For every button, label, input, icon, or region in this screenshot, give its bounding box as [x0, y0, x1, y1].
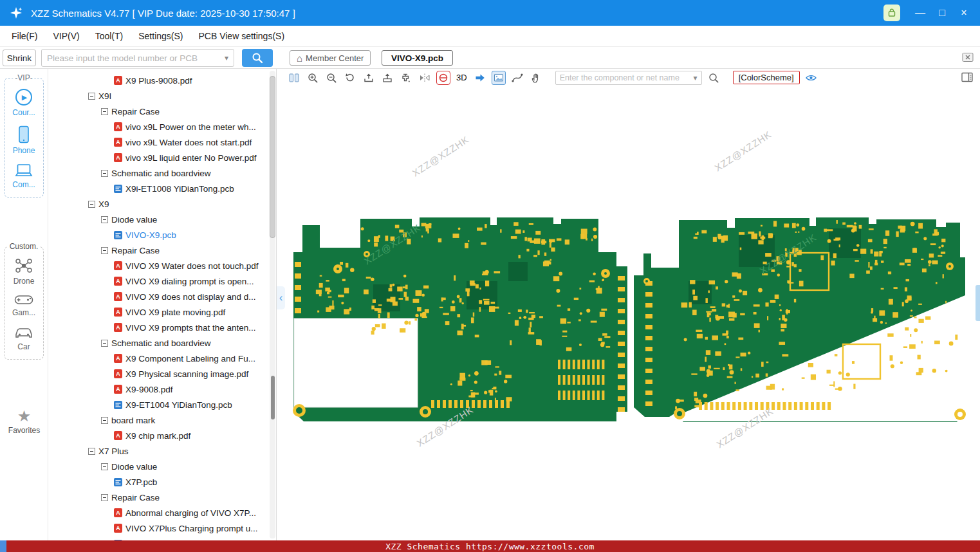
minimize-button[interactable]: — [909, 3, 931, 23]
collapse-toggle-icon[interactable] [88, 201, 95, 208]
tree-item[interactable]: Avivo x9L liquid enter No Power.pdf [48, 150, 276, 165]
visibility-eye-icon[interactable] [804, 71, 818, 85]
maximize-button[interactable]: □ [931, 3, 953, 23]
license-badge-icon[interactable] [883, 5, 900, 21]
tree-item[interactable]: Diode value [48, 212, 276, 227]
tree-item[interactable]: AVIVO X9 prompts that the anten... [48, 320, 276, 335]
screenshot-tool-icon[interactable] [492, 71, 506, 85]
tree-item[interactable]: AX9 Plus-9008.pdf [48, 73, 276, 88]
zoom-out-icon[interactable] [324, 71, 338, 85]
tree-item[interactable]: AVIVO X9 dialing prompt is open... [48, 273, 276, 289]
tree-item[interactable]: AVIVO X7Plus Charging prompt u... [48, 520, 276, 536]
refresh-icon[interactable] [343, 71, 357, 85]
jump-arrow-icon[interactable] [473, 71, 487, 85]
collapse-toggle-icon[interactable] [101, 494, 108, 501]
tree-item-label: VIVO-X9.pcb [125, 230, 176, 240]
model-search-button[interactable] [242, 49, 273, 67]
tree-item[interactable]: Schematic and boardview [48, 335, 276, 351]
flip-horizontal-icon[interactable] [418, 71, 432, 85]
chevron-down-icon[interactable]: ▾ [225, 53, 228, 62]
pan-hand-icon[interactable] [529, 71, 543, 85]
collapse-toggle-icon[interactable] [88, 448, 95, 455]
sidebar-item-computer[interactable]: Com... [12, 163, 35, 189]
tree-scrollbar-thumb[interactable] [270, 76, 275, 238]
measure-curve-icon[interactable] [510, 71, 524, 85]
sidebar-item-favorites[interactable]: ★ Favorites [0, 409, 48, 435]
tree-item[interactable]: Diode value [48, 459, 276, 474]
tree-item[interactable]: board mark [48, 412, 276, 428]
tree-item-label: Repair Case [111, 246, 160, 255]
collapse-toggle-icon[interactable] [101, 170, 108, 177]
close-panel-icon[interactable] [962, 52, 974, 65]
tree-scrollbar-thumb-secondary[interactable] [271, 376, 275, 419]
threed-view-button[interactable]: 3D [455, 73, 468, 82]
layer-panel-icon[interactable] [961, 71, 974, 86]
collapse-toggle-icon[interactable] [101, 463, 108, 470]
sidebar-item-phone[interactable]: Phone [13, 125, 35, 155]
sidebar-item-label: Favorites [8, 426, 40, 435]
tree-item[interactable]: AVIVO X9 plate moving.pdf [48, 304, 276, 320]
tree-item[interactable]: Schematic and boardview [48, 165, 276, 181]
close-button[interactable]: × [953, 3, 975, 23]
collapse-toggle-icon[interactable] [101, 108, 108, 115]
titlebar: XZZ Schematics V4.77 [ VIP Due date: 202… [0, 0, 980, 26]
right-panel-handle[interactable] [975, 285, 980, 321]
tab-vivo-x9-pcb[interactable]: VIVO-X9.pcb [382, 50, 453, 66]
component-search-icon[interactable] [707, 71, 721, 85]
tree-item-label: vivo x9L Power on the meter wh... [125, 122, 256, 132]
tree-item[interactable]: AX9 chip mark.pdf [48, 428, 276, 443]
tree-item[interactable]: AX9-9008.pdf [48, 382, 276, 397]
tree-item[interactable]: X9 [48, 196, 276, 212]
diode-mode-icon[interactable] [436, 71, 450, 85]
component-search-combo[interactable]: Enter the component or net name ▾ [555, 71, 702, 85]
tree-item[interactable]: AVIVO X9 does not display and d... [48, 289, 276, 304]
export-bottom-icon[interactable] [380, 71, 394, 85]
tree-item[interactable]: Repair Case [48, 104, 276, 119]
collapse-toggle-icon[interactable] [101, 216, 108, 223]
tree-item[interactable]: X9i-ET1008 YiDianTong.pcb [48, 181, 276, 196]
sidebar-item-course[interactable]: ▶ Cour... [12, 89, 35, 117]
tree-scrollbar[interactable] [270, 71, 275, 538]
tree-item[interactable]: AVIVO X9 Water does not touch.pdf [48, 258, 276, 273]
tree-item-label: X9 Physical scanning image.pdf [125, 369, 248, 379]
sidebar-item-game[interactable]: Gam... [12, 294, 35, 317]
tree-item[interactable]: Repair Case [48, 490, 276, 505]
pcb-viewer[interactable]: 3D Enter the component or net name ▾ [Co… [277, 69, 980, 540]
menu-file-f-[interactable]: File(F) [4, 31, 45, 41]
menu-pcb-view-settings-s-[interactable]: PCB View settings(S) [190, 31, 292, 41]
tree-item[interactable]: X9I [48, 88, 276, 104]
colorscheme-button[interactable]: [ColorScheme] [733, 71, 800, 84]
split-view-icon[interactable] [287, 71, 301, 85]
tree-item[interactable]: X9-ET1004 YiDianTong.pcb [48, 397, 276, 412]
tree-item[interactable]: AAbnormal charging of VIVO X7P... [48, 505, 276, 520]
menu-settings-s-[interactable]: Settings(S) [131, 31, 190, 41]
zoom-in-icon[interactable] [306, 71, 320, 85]
export-top-icon[interactable] [362, 71, 376, 85]
model-search-combo[interactable]: Please input the model number or PCB ▾ [41, 49, 234, 67]
menu-vip-v-[interactable]: VIP(V) [45, 31, 87, 41]
tree-item[interactable]: VIVO-X9.pcb [48, 227, 276, 243]
tree-item[interactable]: AX9 Component Labeling and Fu... [48, 351, 276, 366]
tree-item[interactable]: X7 Plus [48, 443, 276, 459]
probe-tool-icon[interactable] [399, 71, 413, 85]
tree-item[interactable]: AX9 Physical scanning image.pdf [48, 366, 276, 382]
member-center-button[interactable]: ⌂ Member Center [290, 50, 371, 66]
sidebar-item-car[interactable]: Car [14, 326, 33, 351]
sidebar-item-drone[interactable]: Drone [14, 257, 35, 286]
statusbar: XZZ Schematics https://www.xzztools.com [0, 540, 980, 552]
collapse-toggle-icon[interactable] [101, 340, 108, 347]
pcb-board-canvas[interactable]: XZZ@XZZHKXZZ@XZZHKXZZ@XZZHKXZZ@XZZHKXZZ@… [277, 69, 980, 540]
chevron-down-icon[interactable]: ▾ [694, 73, 698, 82]
tree-item[interactable]: Avivo x9L Water does not start.pdf [48, 134, 276, 150]
collapse-toggle-icon[interactable] [88, 93, 95, 100]
tree-item[interactable] [48, 536, 276, 540]
tree-item[interactable]: Repair Case [48, 243, 276, 258]
tree-item[interactable]: Avivo x9L Power on the meter wh... [48, 119, 276, 134]
tree-item-label: VIVO X9 prompts that the anten... [125, 323, 256, 333]
collapse-toggle-icon[interactable] [101, 417, 108, 424]
tree-item[interactable]: X7P.pcb [48, 474, 276, 490]
shrink-button[interactable]: Shrink [3, 50, 36, 66]
menu-tool-t-[interactable]: Tool(T) [88, 31, 131, 41]
collapse-tree-handle[interactable]: ‹ [277, 286, 285, 309]
collapse-toggle-icon[interactable] [101, 247, 108, 254]
